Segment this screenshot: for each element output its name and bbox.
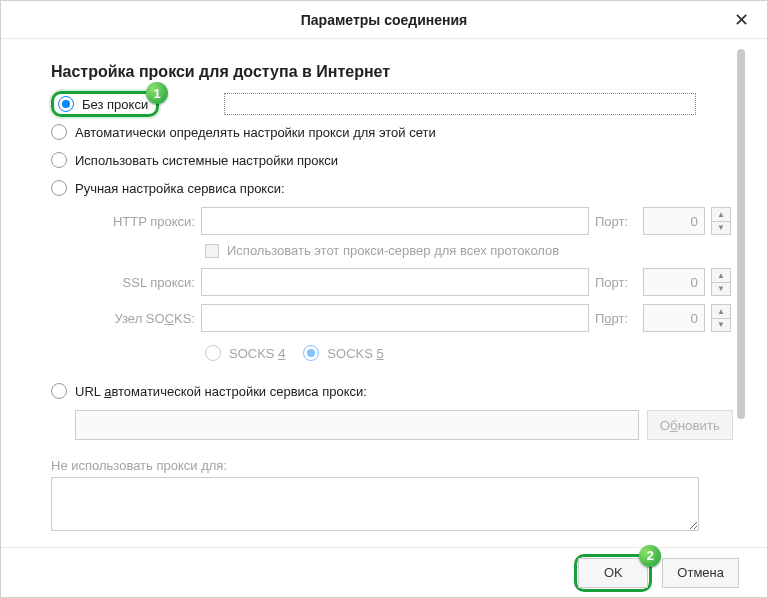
radio-pac[interactable] xyxy=(51,383,67,399)
socks-port-label: Порт: xyxy=(595,311,637,326)
socks-version-row: SOCKS 4 SOCKS 5 xyxy=(75,340,733,368)
use-for-all-label: Использовать этот прокси-сервер для всех… xyxy=(227,243,559,258)
dialog-title: Параметры соединения xyxy=(301,12,468,28)
ssl-port-label: Порт: xyxy=(595,275,637,290)
radio-no-proxy-label: Без прокси xyxy=(82,97,148,112)
radio-auto-detect-label: Автоматически определять настройки прокс… xyxy=(75,125,436,140)
http-port-input[interactable] xyxy=(643,207,705,235)
close-button[interactable]: ✕ xyxy=(728,9,755,31)
scrollbar[interactable] xyxy=(737,49,745,529)
no-proxy-for-label: Не использовать прокси для: xyxy=(51,458,733,473)
scrollbar-thumb[interactable] xyxy=(737,49,745,419)
radio-auto-detect-row[interactable]: Автоматически определять настройки прокс… xyxy=(51,119,733,145)
use-for-all-checkbox[interactable] xyxy=(205,244,219,258)
radio-system-label: Использовать системные настройки прокси xyxy=(75,153,338,168)
radio-socks5-label: SOCKS 5 xyxy=(327,346,383,361)
ssl-proxy-label: SSL прокси: xyxy=(75,275,195,290)
http-proxy-input[interactable] xyxy=(201,207,589,235)
chevron-up-icon[interactable]: ▲ xyxy=(712,208,730,222)
chevron-down-icon[interactable]: ▼ xyxy=(712,283,730,296)
radio-socks4-label: SOCKS 4 xyxy=(229,346,285,361)
socks-host-label: Узел SOCKS: xyxy=(75,311,195,326)
use-for-all-row[interactable]: Использовать этот прокси-сервер для всех… xyxy=(75,243,733,258)
radio-auto-detect[interactable] xyxy=(51,124,67,140)
radio-pac-row[interactable]: URL автоматической настройки сервиса про… xyxy=(51,378,733,404)
socks-port-input[interactable] xyxy=(643,304,705,332)
pac-url-input[interactable] xyxy=(75,410,639,440)
proxy-heading: Настройка прокси для доступа в Интернет xyxy=(51,63,733,81)
http-proxy-label: HTTP прокси: xyxy=(75,214,195,229)
dialog-footer: OK 2 Отмена xyxy=(1,547,767,597)
badge-1: 1 xyxy=(146,82,168,104)
radio-no-proxy-row[interactable]: Без прокси 1 xyxy=(51,91,733,117)
socks-port-spinner[interactable]: ▲▼ xyxy=(711,304,731,332)
cancel-button[interactable]: Отмена xyxy=(662,558,739,588)
radio-socks4-row[interactable]: SOCKS 4 xyxy=(205,340,285,366)
reload-button[interactable]: Обновить xyxy=(647,410,733,440)
radio-pac-label: URL автоматической настройки сервиса про… xyxy=(75,384,367,399)
radio-manual[interactable] xyxy=(51,180,67,196)
http-port-label: Порт: xyxy=(595,214,637,229)
radio-manual-row[interactable]: Ручная настройка сервиса прокси: xyxy=(51,175,733,201)
chevron-up-icon[interactable]: ▲ xyxy=(712,269,730,283)
radio-system-row[interactable]: Использовать системные настройки прокси xyxy=(51,147,733,173)
radio-manual-label: Ручная настройка сервиса прокси: xyxy=(75,181,285,196)
radio-socks4[interactable] xyxy=(205,345,221,361)
chevron-down-icon[interactable]: ▼ xyxy=(712,222,730,235)
radio-socks5[interactable] xyxy=(303,345,319,361)
ssl-port-spinner[interactable]: ▲▼ xyxy=(711,268,731,296)
badge-2: 2 xyxy=(639,545,661,567)
dialog-titlebar: Параметры соединения ✕ xyxy=(1,1,767,39)
callout-1: Без прокси 1 xyxy=(51,91,159,117)
dialog-content: Настройка прокси для доступа в Интернет … xyxy=(1,39,767,547)
ok-button[interactable]: OK xyxy=(578,558,648,588)
no-proxy-for-textarea[interactable] xyxy=(51,477,699,531)
ssl-port-input[interactable] xyxy=(643,268,705,296)
chevron-down-icon[interactable]: ▼ xyxy=(712,319,730,332)
chevron-up-icon[interactable]: ▲ xyxy=(712,305,730,319)
radio-no-proxy[interactable] xyxy=(58,96,74,112)
radio-socks5-row[interactable]: SOCKS 5 xyxy=(303,340,383,366)
pac-input-row: Обновить xyxy=(51,410,733,440)
socks-host-input[interactable] xyxy=(201,304,589,332)
callout-2: OK 2 xyxy=(574,554,652,592)
ssl-proxy-input[interactable] xyxy=(201,268,589,296)
http-port-spinner[interactable]: ▲▼ xyxy=(711,207,731,235)
focus-ring xyxy=(224,93,696,115)
manual-proxy-grid: HTTP прокси: Порт: ▲▼ Использовать этот … xyxy=(51,207,733,368)
radio-system[interactable] xyxy=(51,152,67,168)
